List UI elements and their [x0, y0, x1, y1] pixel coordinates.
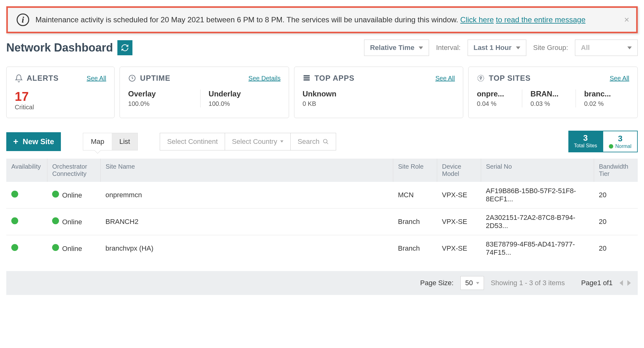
- availability-dot-icon: [11, 191, 18, 198]
- metric-name: branc...: [584, 90, 622, 98]
- bell-icon: [15, 74, 23, 82]
- time-mode-value: Relative Time: [370, 44, 414, 52]
- search-icon: [323, 139, 329, 145]
- time-mode-dropdown[interactable]: Relative Time: [364, 40, 429, 56]
- metric-name: Underlay: [209, 90, 274, 98]
- banner-link-click-here[interactable]: Click here: [460, 15, 494, 24]
- top-apps-see-all-link[interactable]: See All: [435, 75, 455, 82]
- clock-icon: [128, 74, 136, 82]
- table-row[interactable]: Onlinebranchvpx (HA)BranchVPX-SE83E78799…: [6, 235, 638, 262]
- availability-dot-icon: [11, 244, 18, 251]
- metric-value: 100.0%: [209, 100, 274, 107]
- device-model: VPX-SE: [437, 182, 481, 209]
- metric-name: Overlay: [128, 90, 193, 98]
- metric: BRAN...0.03 %: [530, 90, 576, 107]
- top-apps-title: TOP APPS: [314, 74, 355, 83]
- site-group-dropdown[interactable]: All: [575, 40, 638, 56]
- alerts-card: ALERTS See All 17 Critical: [6, 67, 115, 118]
- uptime-see-details-link[interactable]: See Details: [249, 75, 281, 82]
- view-tabs: Map List: [83, 133, 138, 150]
- device-model: VPX-SE: [437, 235, 481, 262]
- globe-pin-icon: [477, 74, 485, 82]
- column-header[interactable]: Serial No: [481, 159, 594, 182]
- top-sites-see-all-link[interactable]: See All: [610, 75, 629, 82]
- site-group-value: All: [581, 44, 590, 52]
- metric-value: 100.0%: [128, 100, 193, 107]
- close-icon[interactable]: ×: [624, 15, 629, 25]
- alerts-count: 17: [15, 90, 106, 104]
- metric-value: 0.03 %: [530, 100, 569, 107]
- svg-point-5: [480, 77, 482, 78]
- bandwidth-tier: 20: [594, 182, 638, 209]
- metric: branc...0.02 %: [584, 90, 629, 107]
- bandwidth-tier: 20: [594, 235, 638, 262]
- interval-label: Interval:: [436, 44, 460, 52]
- summary-cards: ALERTS See All 17 Critical UPTIME See De…: [6, 67, 638, 118]
- site-counts: 3 Total Sites 3 Normal: [568, 131, 638, 152]
- uptime-card: UPTIME See Details Overlay100.0%Underlay…: [120, 67, 289, 118]
- next-page-button[interactable]: [627, 280, 631, 286]
- total-sites-badge[interactable]: 3 Total Sites: [568, 131, 603, 152]
- alerts-subtitle: Critical: [15, 104, 106, 111]
- connectivity-text: Online: [62, 245, 82, 253]
- normal-sites-badge[interactable]: 3 Normal: [603, 131, 638, 152]
- page-text: Page1 of1: [581, 279, 613, 287]
- table-footer: Page Size: 50 Showing 1 - 3 of 3 items P…: [6, 271, 638, 295]
- alerts-see-all-link[interactable]: See All: [87, 75, 106, 82]
- sites-toolbar: + New Site Map List Select Continent Sel…: [6, 131, 638, 152]
- interval-value: Last 1 Hour: [474, 44, 512, 52]
- page-size-dropdown[interactable]: 50: [460, 276, 484, 290]
- metric-name: BRAN...: [530, 90, 569, 98]
- search-input[interactable]: Search: [291, 133, 336, 150]
- column-header[interactable]: Bandwidth Tier: [594, 159, 638, 182]
- pagination-arrows: [620, 280, 631, 286]
- interval-dropdown[interactable]: Last 1 Hour: [468, 40, 526, 56]
- column-header[interactable]: Device Model: [437, 159, 481, 182]
- info-icon: i: [17, 14, 29, 26]
- metric: Underlay100.0%: [209, 90, 281, 107]
- banner-link-read-more[interactable]: to read the entire message: [496, 15, 586, 24]
- metric-name: onpre...: [477, 90, 515, 98]
- column-header[interactable]: Site Role: [393, 159, 437, 182]
- connectivity-dot-icon: [52, 191, 59, 198]
- chevron-down-icon: [280, 140, 283, 143]
- connectivity-dot-icon: [52, 244, 59, 251]
- tab-map[interactable]: Map: [83, 133, 112, 150]
- connectivity-text: Online: [62, 191, 82, 199]
- chevron-down-icon: [419, 46, 423, 49]
- serial-no: 83E78799-4F85-AD41-7977-74F15...: [481, 235, 594, 262]
- filter-group: Select Continent Select Country Search: [160, 133, 336, 150]
- connectivity-dot-icon: [52, 217, 59, 224]
- svg-point-6: [323, 139, 327, 143]
- status-dot-icon: [609, 144, 613, 149]
- top-apps-card: TOP APPS See All Unknown0 KB: [294, 67, 464, 118]
- select-country-dropdown[interactable]: Select Country: [225, 133, 291, 150]
- refresh-icon: [121, 44, 129, 52]
- new-site-button[interactable]: + New Site: [6, 132, 61, 151]
- site-group-label: Site Group:: [533, 44, 568, 52]
- table-row[interactable]: OnlineonpremmcnMCNVPX-SEAF19B86B-15B0-57…: [6, 182, 638, 209]
- top-sites-card: TOP SITES See All onpre...0.04 %BRAN...0…: [468, 67, 638, 118]
- serial-no: AF19B86B-15B0-57F2-51F8-8ECF1...: [481, 182, 594, 209]
- svg-rect-3: [303, 79, 310, 80]
- svg-rect-2: [303, 77, 310, 79]
- metric: Overlay100.0%: [128, 90, 200, 107]
- refresh-button[interactable]: [117, 40, 132, 55]
- header-row: Network Dashboard Relative Time Interval…: [6, 40, 638, 56]
- svg-rect-1: [303, 75, 310, 76]
- site-role: Branch: [393, 209, 437, 235]
- column-header[interactable]: Availability: [6, 159, 47, 182]
- site-role: Branch: [393, 235, 437, 262]
- top-sites-title: TOP SITES: [489, 74, 531, 83]
- tab-list[interactable]: List: [112, 133, 137, 150]
- sites-table: AvailabilityOrchestrator ConnectivitySit…: [6, 159, 638, 262]
- column-header[interactable]: Site Name: [100, 159, 393, 182]
- select-continent-dropdown[interactable]: Select Continent: [160, 133, 225, 150]
- table-row[interactable]: OnlineBRANCH2BranchVPX-SE2A302151-72A2-8…: [6, 209, 638, 235]
- metric: onpre...0.04 %: [477, 90, 522, 107]
- metric: Unknown0 KB: [303, 90, 455, 107]
- prev-page-button[interactable]: [620, 280, 623, 286]
- site-name: branchvpx (HA): [100, 235, 393, 262]
- site-name: onpremmcn: [100, 182, 393, 209]
- column-header[interactable]: Orchestrator Connectivity: [47, 159, 100, 182]
